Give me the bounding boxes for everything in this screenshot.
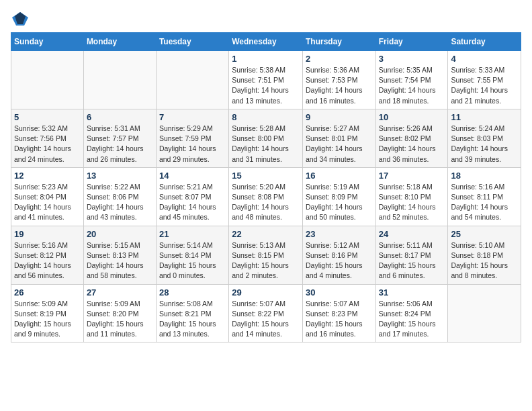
day-info: Sunrise: 5:18 AM Sunset: 8:10 PM Dayligh… bbox=[379, 182, 445, 223]
calendar-cell: 20Sunrise: 5:15 AM Sunset: 8:13 PM Dayli… bbox=[83, 226, 156, 284]
weekday-header: Thursday bbox=[302, 33, 375, 51]
day-number: 28 bbox=[159, 287, 226, 298]
day-number: 29 bbox=[232, 287, 300, 298]
day-info: Sunrise: 5:07 AM Sunset: 8:22 PM Dayligh… bbox=[232, 299, 300, 340]
calendar-cell: 3Sunrise: 5:35 AM Sunset: 7:54 PM Daylig… bbox=[375, 51, 448, 109]
logo-icon bbox=[11, 11, 30, 27]
day-number: 2 bbox=[306, 54, 373, 64]
day-number: 27 bbox=[87, 287, 153, 298]
calendar-cell: 26Sunrise: 5:09 AM Sunset: 8:19 PM Dayli… bbox=[11, 284, 84, 342]
calendar-cell: 1Sunrise: 5:38 AM Sunset: 7:51 PM Daylig… bbox=[229, 51, 303, 109]
calendar-week-row: 12Sunrise: 5:23 AM Sunset: 8:04 PM Dayli… bbox=[11, 167, 521, 226]
calendar-cell: 7Sunrise: 5:29 AM Sunset: 7:59 PM Daylig… bbox=[156, 109, 228, 167]
calendar-week-row: 1Sunrise: 5:38 AM Sunset: 7:51 PM Daylig… bbox=[11, 51, 521, 109]
calendar-cell: 8Sunrise: 5:28 AM Sunset: 8:00 PM Daylig… bbox=[229, 109, 303, 167]
day-info: Sunrise: 5:16 AM Sunset: 8:11 PM Dayligh… bbox=[451, 182, 518, 223]
day-info: Sunrise: 5:27 AM Sunset: 8:01 PM Dayligh… bbox=[306, 124, 373, 165]
day-number: 10 bbox=[379, 112, 445, 122]
calendar-cell bbox=[448, 284, 521, 342]
calendar-cell: 9Sunrise: 5:27 AM Sunset: 8:01 PM Daylig… bbox=[302, 109, 375, 167]
day-number: 18 bbox=[451, 171, 518, 181]
day-number: 31 bbox=[379, 287, 445, 298]
day-info: Sunrise: 5:20 AM Sunset: 8:08 PM Dayligh… bbox=[232, 182, 300, 223]
weekday-header: Friday bbox=[375, 33, 448, 51]
day-info: Sunrise: 5:06 AM Sunset: 8:24 PM Dayligh… bbox=[379, 299, 445, 340]
day-number: 6 bbox=[87, 112, 153, 122]
day-info: Sunrise: 5:14 AM Sunset: 8:14 PM Dayligh… bbox=[159, 240, 226, 281]
day-info: Sunrise: 5:12 AM Sunset: 8:16 PM Dayligh… bbox=[306, 240, 373, 281]
calendar-cell: 4Sunrise: 5:33 AM Sunset: 7:55 PM Daylig… bbox=[448, 51, 521, 109]
weekday-header-row: SundayMondayTuesdayWednesdayThursdayFrid… bbox=[11, 33, 521, 51]
day-info: Sunrise: 5:21 AM Sunset: 8:07 PM Dayligh… bbox=[159, 182, 226, 223]
day-number: 16 bbox=[306, 171, 373, 181]
day-number: 11 bbox=[451, 112, 518, 122]
calendar-cell: 10Sunrise: 5:26 AM Sunset: 8:02 PM Dayli… bbox=[375, 109, 448, 167]
day-number: 9 bbox=[306, 112, 373, 122]
weekday-header: Monday bbox=[83, 33, 156, 51]
calendar-table: SundayMondayTuesdayWednesdayThursdayFrid… bbox=[11, 32, 521, 342]
calendar-cell: 29Sunrise: 5:07 AM Sunset: 8:22 PM Dayli… bbox=[229, 284, 303, 342]
calendar-cell bbox=[83, 51, 156, 109]
weekday-header: Saturday bbox=[448, 33, 521, 51]
weekday-header: Wednesday bbox=[229, 33, 303, 51]
day-number: 22 bbox=[232, 229, 300, 239]
calendar-cell: 6Sunrise: 5:31 AM Sunset: 7:57 PM Daylig… bbox=[83, 109, 156, 167]
calendar-week-row: 26Sunrise: 5:09 AM Sunset: 8:19 PM Dayli… bbox=[11, 284, 521, 342]
day-number: 19 bbox=[14, 229, 81, 239]
day-number: 25 bbox=[451, 229, 518, 239]
calendar-cell: 27Sunrise: 5:09 AM Sunset: 8:20 PM Dayli… bbox=[83, 284, 156, 342]
day-number: 24 bbox=[379, 229, 445, 239]
day-info: Sunrise: 5:33 AM Sunset: 7:55 PM Dayligh… bbox=[451, 65, 518, 106]
calendar-cell: 13Sunrise: 5:22 AM Sunset: 8:06 PM Dayli… bbox=[83, 167, 156, 226]
calendar-cell: 21Sunrise: 5:14 AM Sunset: 8:14 PM Dayli… bbox=[156, 226, 228, 284]
calendar-cell: 24Sunrise: 5:11 AM Sunset: 8:17 PM Dayli… bbox=[375, 226, 448, 284]
day-info: Sunrise: 5:08 AM Sunset: 8:21 PM Dayligh… bbox=[159, 299, 226, 340]
day-info: Sunrise: 5:29 AM Sunset: 7:59 PM Dayligh… bbox=[159, 124, 226, 165]
day-number: 26 bbox=[14, 287, 81, 298]
weekday-header: Sunday bbox=[11, 33, 84, 51]
calendar-cell: 16Sunrise: 5:19 AM Sunset: 8:09 PM Dayli… bbox=[302, 167, 375, 226]
day-number: 12 bbox=[14, 171, 81, 181]
day-info: Sunrise: 5:38 AM Sunset: 7:51 PM Dayligh… bbox=[232, 65, 300, 106]
day-info: Sunrise: 5:31 AM Sunset: 7:57 PM Dayligh… bbox=[87, 124, 153, 165]
day-info: Sunrise: 5:10 AM Sunset: 8:18 PM Dayligh… bbox=[451, 240, 518, 281]
day-number: 30 bbox=[306, 287, 373, 298]
calendar-cell: 30Sunrise: 5:07 AM Sunset: 8:23 PM Dayli… bbox=[302, 284, 375, 342]
day-info: Sunrise: 5:32 AM Sunset: 7:56 PM Dayligh… bbox=[14, 124, 81, 165]
day-number: 3 bbox=[379, 54, 445, 64]
day-number: 15 bbox=[232, 171, 300, 181]
day-info: Sunrise: 5:11 AM Sunset: 8:17 PM Dayligh… bbox=[379, 240, 445, 281]
day-info: Sunrise: 5:22 AM Sunset: 8:06 PM Dayligh… bbox=[87, 182, 153, 223]
calendar-cell: 14Sunrise: 5:21 AM Sunset: 8:07 PM Dayli… bbox=[156, 167, 228, 226]
day-number: 23 bbox=[306, 229, 373, 239]
calendar-cell: 28Sunrise: 5:08 AM Sunset: 8:21 PM Dayli… bbox=[156, 284, 228, 342]
calendar-cell: 17Sunrise: 5:18 AM Sunset: 8:10 PM Dayli… bbox=[375, 167, 448, 226]
day-number: 21 bbox=[159, 229, 226, 239]
page-header bbox=[11, 11, 521, 27]
day-number: 7 bbox=[159, 112, 226, 122]
day-number: 8 bbox=[232, 112, 300, 122]
day-info: Sunrise: 5:07 AM Sunset: 8:23 PM Dayligh… bbox=[306, 299, 373, 340]
calendar-cell: 2Sunrise: 5:36 AM Sunset: 7:53 PM Daylig… bbox=[302, 51, 375, 109]
day-info: Sunrise: 5:28 AM Sunset: 8:00 PM Dayligh… bbox=[232, 124, 300, 165]
calendar-cell: 11Sunrise: 5:24 AM Sunset: 8:03 PM Dayli… bbox=[448, 109, 521, 167]
day-info: Sunrise: 5:09 AM Sunset: 8:20 PM Dayligh… bbox=[87, 299, 153, 340]
weekday-header: Tuesday bbox=[156, 33, 228, 51]
day-number: 20 bbox=[87, 229, 153, 239]
calendar-cell: 23Sunrise: 5:12 AM Sunset: 8:16 PM Dayli… bbox=[302, 226, 375, 284]
day-number: 17 bbox=[379, 171, 445, 181]
day-info: Sunrise: 5:13 AM Sunset: 8:15 PM Dayligh… bbox=[232, 240, 300, 281]
day-info: Sunrise: 5:19 AM Sunset: 8:09 PM Dayligh… bbox=[306, 182, 373, 223]
day-number: 4 bbox=[451, 54, 518, 64]
calendar-cell bbox=[156, 51, 228, 109]
calendar-week-row: 5Sunrise: 5:32 AM Sunset: 7:56 PM Daylig… bbox=[11, 109, 521, 167]
day-info: Sunrise: 5:26 AM Sunset: 8:02 PM Dayligh… bbox=[379, 124, 445, 165]
calendar-week-row: 19Sunrise: 5:16 AM Sunset: 8:12 PM Dayli… bbox=[11, 226, 521, 284]
calendar-cell: 19Sunrise: 5:16 AM Sunset: 8:12 PM Dayli… bbox=[11, 226, 84, 284]
day-number: 13 bbox=[87, 171, 153, 181]
calendar-cell: 5Sunrise: 5:32 AM Sunset: 7:56 PM Daylig… bbox=[11, 109, 84, 167]
calendar-cell bbox=[11, 51, 84, 109]
day-info: Sunrise: 5:36 AM Sunset: 7:53 PM Dayligh… bbox=[306, 65, 373, 106]
day-info: Sunrise: 5:23 AM Sunset: 8:04 PM Dayligh… bbox=[14, 182, 81, 223]
day-info: Sunrise: 5:09 AM Sunset: 8:19 PM Dayligh… bbox=[14, 299, 81, 340]
